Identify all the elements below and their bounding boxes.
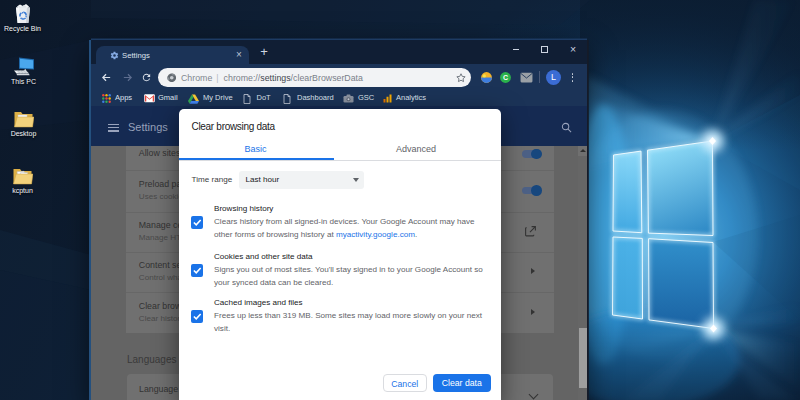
svg-text:C: C bbox=[503, 73, 508, 80]
